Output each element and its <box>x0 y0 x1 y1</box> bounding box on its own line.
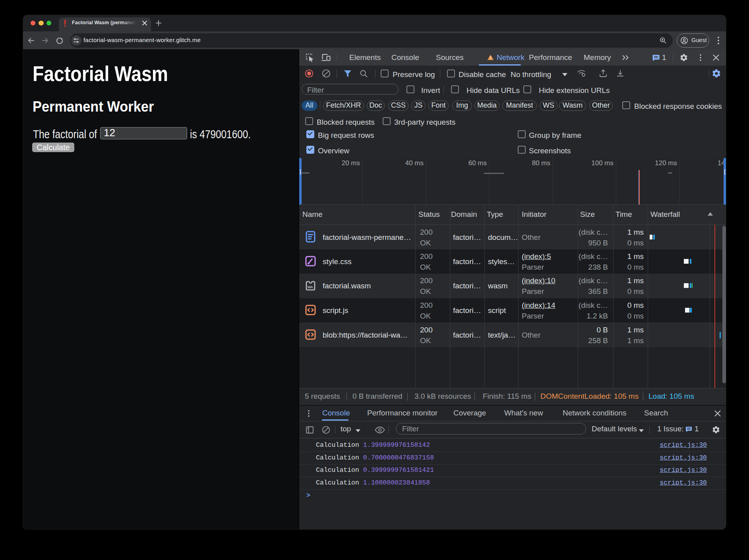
svg-text:WA: WA <box>308 285 313 289</box>
